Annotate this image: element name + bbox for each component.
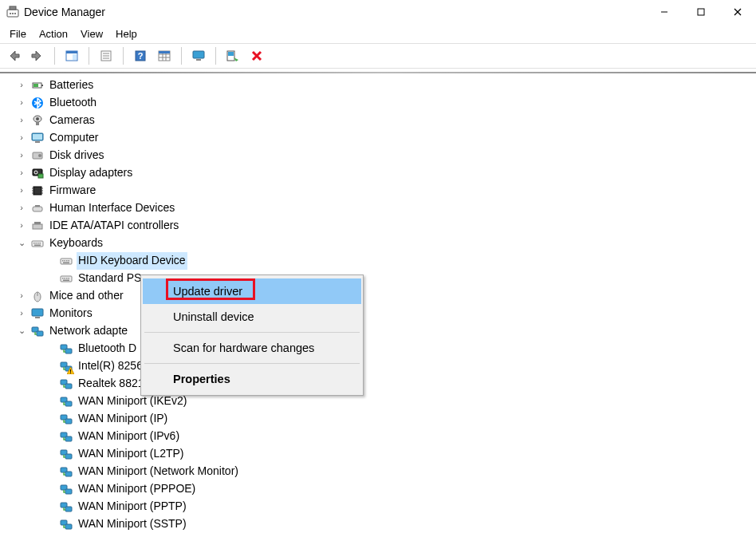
toolbar-properties-button[interactable]: [96, 45, 116, 66]
tree-node[interactable]: ›Mice and other: [0, 287, 756, 305]
toolbar-scan-button[interactable]: [222, 45, 243, 66]
keyboard-icon: [59, 272, 73, 285]
expand-icon[interactable]: ›: [16, 78, 27, 92]
tree-node[interactable]: ›Display adapters: [0, 164, 756, 182]
tree-node-label: Cameras: [48, 112, 96, 129]
network-icon: [59, 430, 73, 443]
tree-node-label: WAN Miniport (L2TP): [77, 445, 186, 463]
tree-node[interactable]: WAN Miniport (PPTP): [0, 498, 756, 515]
expand-icon[interactable]: ›: [16, 148, 27, 162]
tree-node[interactable]: ›Disk drives: [0, 147, 756, 164]
expand-icon[interactable]: ›: [16, 201, 27, 215]
tree-node[interactable]: WAN Miniport (PPPOE): [0, 480, 756, 498]
tree-node[interactable]: ›Batteries: [0, 77, 756, 94]
keyboard-icon: [59, 255, 73, 267]
toolbar-forward-button[interactable]: [27, 45, 48, 66]
menu-help[interactable]: Help: [109, 26, 144, 42]
app-icon: [6, 6, 19, 18]
tree-node[interactable]: ⌄Network adapte: [0, 322, 756, 340]
mouse-icon: [30, 290, 45, 302]
tree-node-label: Computer: [48, 129, 100, 147]
context-menu: Update driverUninstall deviceScan for ha…: [140, 274, 364, 396]
toolbar-separator: [89, 47, 89, 65]
tree-node[interactable]: WAN Miniport (IKEv2): [0, 393, 756, 410]
tree-node[interactable]: Intel(R) 8256: [0, 357, 756, 375]
toolbar-show-hide-button[interactable]: [61, 45, 82, 66]
context-menu-item[interactable]: Properties: [143, 366, 361, 392]
network-icon: [59, 500, 73, 513]
tree-node[interactable]: ›IDE ATA/ATAPI controllers: [0, 217, 756, 235]
toolbar-separator: [215, 47, 216, 65]
toolbar-monitor-button[interactable]: [188, 45, 209, 66]
expand-icon[interactable]: ›: [16, 289, 27, 302]
bluetooth-icon: [30, 97, 45, 109]
camera-icon: [30, 114, 45, 127]
toolbar-grid-button[interactable]: [154, 45, 175, 66]
maximize-button[interactable]: [683, 0, 719, 24]
tree-node-label: Human Interface Devices: [48, 199, 176, 217]
expand-icon[interactable]: ›: [16, 131, 27, 144]
tree-node[interactable]: WAN Miniport (SSTP): [0, 515, 756, 533]
toolbar-disable-button[interactable]: [246, 45, 267, 66]
hid-icon: [30, 202, 45, 215]
menu-view[interactable]: View: [74, 26, 109, 42]
tree-node-label: Disk drives: [48, 147, 105, 164]
toolbar-separator: [181, 47, 182, 65]
tree-node[interactable]: ›Human Interface Devices: [0, 199, 756, 217]
toolbar-help-button[interactable]: [130, 45, 151, 66]
tree-node[interactable]: Bluetooth D: [0, 340, 756, 357]
tree-node[interactable]: ›Firmware: [0, 182, 756, 199]
collapse-icon[interactable]: ⌄: [16, 236, 27, 250]
monitor-icon: [30, 307, 45, 320]
title-bar: Device Manager: [0, 0, 756, 24]
tree-node-label: Standard PS: [77, 270, 143, 287]
tree-node[interactable]: WAN Miniport (IPv6): [0, 428, 756, 445]
expand-icon[interactable]: ›: [16, 306, 27, 320]
context-menu-separator: [144, 332, 360, 333]
battery-icon: [30, 79, 45, 92]
tree-node-label: Network adapte: [48, 322, 129, 340]
expand-icon[interactable]: ›: [16, 113, 27, 127]
context-menu-item[interactable]: Scan for hardware changes: [143, 335, 361, 361]
network-icon: [59, 448, 73, 460]
menu-action[interactable]: Action: [33, 26, 74, 42]
network-icon: [59, 360, 73, 373]
menu-bar: FileActionViewHelp: [0, 24, 756, 43]
expand-icon[interactable]: ›: [16, 184, 27, 197]
context-menu-separator: [144, 363, 360, 364]
minimize-button[interactable]: [646, 0, 683, 24]
context-menu-item[interactable]: Update driver: [143, 278, 361, 304]
computer-icon: [30, 132, 45, 144]
tree-node[interactable]: ›Cameras: [0, 112, 756, 129]
toolbar-back-button[interactable]: [3, 45, 24, 66]
network-icon: [59, 518, 73, 531]
tree-node[interactable]: ›Bluetooth: [0, 94, 756, 112]
tree-node[interactable]: ⌄Keyboards: [0, 235, 756, 252]
firmware-icon: [30, 184, 45, 197]
tree-node-label: IDE ATA/ATAPI controllers: [48, 217, 180, 235]
expand-icon[interactable]: ›: [16, 219, 27, 232]
tree-node[interactable]: HID Keyboard Device: [0, 252, 756, 270]
collapse-icon[interactable]: ⌄: [16, 324, 27, 338]
close-button[interactable]: [719, 0, 756, 24]
tree-node[interactable]: Standard PS: [0, 270, 756, 287]
tree-node-label: WAN Miniport (IP): [77, 410, 169, 428]
tree-node-label: Bluetooth D: [77, 340, 138, 357]
network-icon: [59, 465, 73, 478]
menu-file[interactable]: File: [3, 26, 33, 42]
tree-node[interactable]: ›Computer: [0, 129, 756, 147]
tree-node[interactable]: WAN Miniport (Network Monitor): [0, 463, 756, 480]
keyboard-icon: [30, 237, 45, 250]
tree-node[interactable]: WAN Miniport (L2TP): [0, 445, 756, 463]
device-tree: ›Batteries›Bluetooth›Cameras›Computer›Di…: [0, 73, 756, 533]
context-menu-item[interactable]: Uninstall device: [143, 304, 361, 330]
network-icon: [59, 413, 73, 425]
network-icon: [59, 342, 73, 355]
tree-node[interactable]: WAN Miniport (IP): [0, 410, 756, 428]
tree-node[interactable]: ›Monitors: [0, 305, 756, 322]
network-icon: [30, 325, 45, 338]
expand-icon[interactable]: ›: [16, 166, 27, 180]
expand-icon[interactable]: ›: [16, 96, 27, 109]
window-title: Device Manager: [24, 6, 105, 18]
tree-node[interactable]: Realtek 8821CE Wireless LAN 802.11ac PCI…: [0, 375, 756, 393]
